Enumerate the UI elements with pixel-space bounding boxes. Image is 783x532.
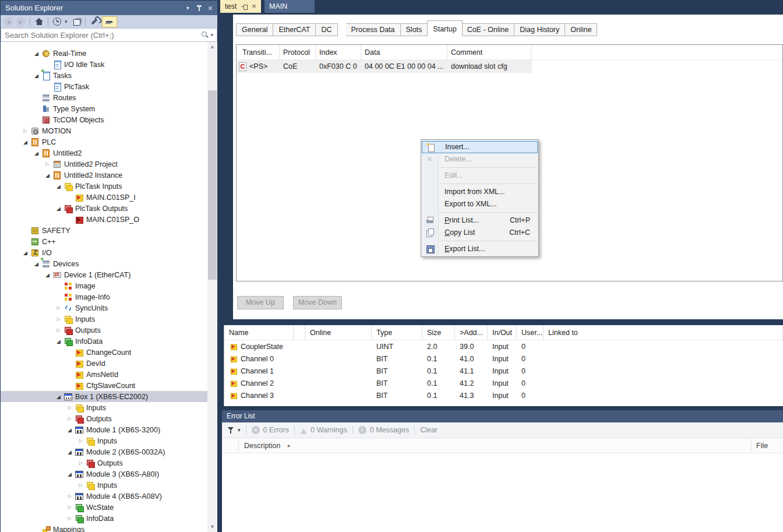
solution-explorer-titlebar[interactable]: Solution Explorer ▾ × xyxy=(1,1,217,15)
properties-wrench-icon[interactable] xyxy=(91,18,97,24)
errors-count[interactable]: 0 Errors xyxy=(263,426,289,434)
tree-item-device-1-ethercat[interactable]: ◢Device 1 (EtherCAT) xyxy=(1,269,208,280)
tree-item-module-3-xb6s-a80i[interactable]: ◢Module 3 (XB6S-A80I) xyxy=(1,468,208,480)
tab-ethercat[interactable]: EtherCAT xyxy=(273,23,316,36)
tab-coe-online[interactable]: CoE - Online xyxy=(462,23,515,36)
expander-icon[interactable]: ◢ xyxy=(20,250,30,256)
column-header-user[interactable]: User... xyxy=(517,325,544,340)
expander-icon[interactable]: ◢ xyxy=(54,206,64,212)
pending-changes-filter-icon[interactable] xyxy=(53,17,61,26)
tree-item-main-c01sp-i[interactable]: MAIN.C01SP_I xyxy=(1,192,208,203)
column-header-size[interactable]: Size xyxy=(422,325,455,340)
column-header-add[interactable]: >Add... xyxy=(455,325,488,340)
tree-item-inputs[interactable]: ▷Inputs xyxy=(1,402,208,413)
tree-item-untitled2[interactable]: ◢Untitled2 xyxy=(1,147,208,158)
tree-item-cfgslavecount[interactable]: CfgSlaveCount xyxy=(1,380,208,391)
tab-startup[interactable]: Startup xyxy=(427,20,462,36)
tree-item-safety[interactable]: SAFETY xyxy=(1,225,208,236)
menu-item-print-list[interactable]: Print List...Ctrl+P xyxy=(421,214,538,227)
scroll-down-icon[interactable]: ▼ xyxy=(207,522,217,532)
column-header-linked-to[interactable]: Linked to xyxy=(544,325,782,340)
column-header-protocol[interactable]: Protocol xyxy=(280,45,316,59)
tree-item-wcstate[interactable]: ▷WcState xyxy=(1,502,208,513)
column-header-transiti[interactable]: Transiti... xyxy=(237,45,280,59)
tree-item-real-time[interactable]: ◢Real-Time xyxy=(1,48,208,59)
search-icon[interactable] xyxy=(201,31,209,39)
tree-item-mappings[interactable]: Mappings xyxy=(1,524,208,532)
menu-item-copy-list[interactable]: Copy ListCtrl+C xyxy=(421,227,538,239)
expander-icon[interactable]: ◢ xyxy=(65,449,75,455)
tree-item-outputs[interactable]: ▷Outputs xyxy=(1,413,208,424)
expander-icon[interactable]: ▷ xyxy=(43,161,52,167)
tree-item-box-1-xb6s-ec2002[interactable]: ◢Box 1 (XB6S-EC2002) xyxy=(1,391,208,402)
menu-item-export-list[interactable]: Export List... xyxy=(421,243,538,255)
preview-selected-items-toggle[interactable] xyxy=(102,16,117,27)
tree-scrollbar[interactable]: ▲ ▼ xyxy=(207,42,217,532)
scrollbar-thumb[interactable] xyxy=(208,90,217,280)
column-header-index[interactable]: Index xyxy=(316,45,361,59)
tree-item-routes[interactable]: Routes xyxy=(1,92,208,103)
expander-icon[interactable]: ▷ xyxy=(76,482,86,488)
pin-icon[interactable] xyxy=(241,4,248,9)
menu-item-export-to-xml[interactable]: Export to XML... xyxy=(421,198,538,210)
scroll-up-icon[interactable]: ▲ xyxy=(207,42,217,52)
tree-item-inputs[interactable]: ▷Inputs xyxy=(1,480,208,491)
expander-icon[interactable]: ◢ xyxy=(65,427,75,433)
expander-icon[interactable]: ▷ xyxy=(65,516,75,521)
expander-icon[interactable]: ▷ xyxy=(65,505,75,510)
expander-icon[interactable]: ▷ xyxy=(76,438,86,443)
tree-item-module-2-xb6s-0032a[interactable]: ◢Module 2 (XB6S-0032A) xyxy=(1,446,208,457)
column-header-description[interactable]: Description ▲ xyxy=(244,438,291,453)
nav-back-icon[interactable]: ◂ xyxy=(4,17,13,26)
column-header-type[interactable]: Type xyxy=(372,325,422,340)
tree-item-infodata[interactable]: ▷InfoData xyxy=(1,513,208,524)
expander-icon[interactable]: ◢ xyxy=(65,471,75,477)
expander-icon[interactable]: ◢ xyxy=(31,150,41,156)
tree-item-plctask-outputs[interactable]: ◢PlcTask Outputs xyxy=(1,203,208,214)
tree-item-plc[interactable]: ◢PLC xyxy=(1,136,208,147)
tree-item-inputs[interactable]: ▷Inputs xyxy=(1,313,208,325)
expander-icon[interactable]: ▷ xyxy=(20,128,30,133)
expander-icon[interactable]: ▷ xyxy=(54,305,64,311)
tree-item-image[interactable]: Image xyxy=(1,280,208,291)
column-header-online[interactable]: Online xyxy=(305,325,372,340)
menu-item-insert[interactable]: Insert... xyxy=(422,141,538,153)
expander-icon[interactable]: ▷ xyxy=(65,405,75,410)
warnings-count[interactable]: 0 Warnings xyxy=(311,426,347,434)
tree-item-devid[interactable]: DevId xyxy=(1,358,208,369)
column-header-name[interactable]: Name xyxy=(224,325,294,340)
tree-item-type-system[interactable]: Type System xyxy=(1,103,208,114)
variable-row-channel-0[interactable]: Channel 0BIT0.141.0Input0 xyxy=(224,353,783,365)
tree-item-outputs[interactable]: ▷Outputs xyxy=(1,457,208,468)
variable-row-channel-1[interactable]: Channel 1BIT0.141.1Input0 xyxy=(224,365,783,377)
messages-count[interactable]: 0 Messages xyxy=(370,426,409,434)
tree-item-outputs[interactable]: ▷Outputs xyxy=(1,325,208,336)
expander-icon[interactable]: ▷ xyxy=(76,460,86,466)
expander-icon[interactable]: ▷ xyxy=(54,316,64,322)
tree-item-infodata[interactable]: ◢InfoData xyxy=(1,336,208,347)
tree-item-motion[interactable]: ▷MOTION xyxy=(1,125,208,136)
tree-item-tccom-objects[interactable]: TcCOM Objects xyxy=(1,114,208,125)
column-header-file[interactable]: File xyxy=(756,438,768,453)
search-input[interactable] xyxy=(1,31,201,40)
tab-general[interactable]: General xyxy=(236,23,273,36)
auto-hide-pin-icon[interactable] xyxy=(196,5,202,12)
error-list-titlebar[interactable]: Error List xyxy=(222,410,783,422)
expander-icon[interactable]: ◢ xyxy=(54,394,64,400)
tree-item-untitled2-instance[interactable]: ◢Untitled2 Instance xyxy=(1,170,208,181)
column-header-indicator[interactable] xyxy=(294,325,305,340)
tree-item-main-c01sp-o[interactable]: MAIN.C01SP_O xyxy=(1,214,208,225)
tree-item-untitled2-project[interactable]: ▷Untitled2 Project xyxy=(1,158,208,170)
document-tab-test[interactable]: test × xyxy=(220,0,261,13)
filter-caret-icon[interactable]: ▾ xyxy=(65,19,68,24)
search-options-caret-icon[interactable]: ▾ xyxy=(210,32,213,38)
filter-caret-icon[interactable]: ▾ xyxy=(238,427,241,433)
tree-item-c[interactable]: C++ xyxy=(1,236,208,247)
menu-item-import-from-xml[interactable]: Import from XML... xyxy=(421,186,538,198)
expander-icon[interactable]: ◢ xyxy=(20,139,30,145)
expander-icon[interactable]: ◢ xyxy=(54,184,64,189)
column-header-data[interactable]: Data xyxy=(361,45,447,59)
tree-item-inputs[interactable]: ▷Inputs xyxy=(1,435,208,446)
tree-item-amsnetid[interactable]: AmsNetId xyxy=(1,369,208,380)
expander-icon[interactable]: ▷ xyxy=(65,416,75,421)
